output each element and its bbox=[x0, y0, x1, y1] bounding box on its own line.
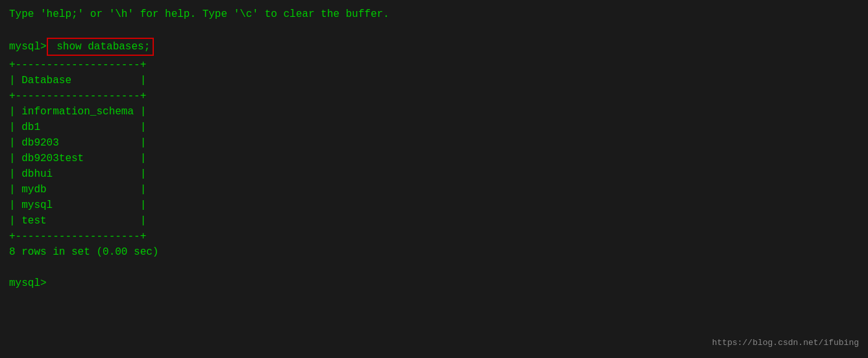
list-item: | test | bbox=[9, 213, 859, 229]
list-item: | information_schema | bbox=[9, 104, 859, 120]
list-item: | db9203 | bbox=[9, 135, 859, 151]
table-border-top: +--------------------+ bbox=[9, 57, 859, 73]
command-line: mysql> show databases; bbox=[9, 38, 859, 56]
command-text: show databases; bbox=[47, 38, 155, 56]
row-summary: 8 rows in set (0.00 sec) bbox=[9, 244, 859, 260]
cursor bbox=[47, 275, 53, 291]
prompt-line-2: mysql> bbox=[9, 275, 859, 291]
query-result-table: +--------------------+ | Database | +---… bbox=[9, 57, 859, 244]
prompt1: mysql> bbox=[9, 39, 47, 55]
table-border-bottom: +--------------------+ bbox=[9, 229, 859, 244]
table-border-mid: +--------------------+ bbox=[9, 88, 859, 104]
help-line: Type 'help;' or '\h' for help. Type '\c'… bbox=[9, 6, 859, 22]
table-header: | Database | bbox=[9, 73, 859, 88]
terminal-window: Type 'help;' or '\h' for help. Type '\c'… bbox=[9, 6, 859, 352]
list-item: | db1 | bbox=[9, 120, 859, 135]
list-item: | db9203test | bbox=[9, 151, 859, 166]
prompt2[interactable]: mysql> bbox=[9, 275, 47, 291]
list-item: | dbhui | bbox=[9, 166, 859, 182]
list-item: | mydb | bbox=[9, 182, 859, 198]
watermark-text: https://blog.csdn.net/ifubing bbox=[712, 337, 859, 350]
list-item: | mysql | bbox=[9, 198, 859, 213]
